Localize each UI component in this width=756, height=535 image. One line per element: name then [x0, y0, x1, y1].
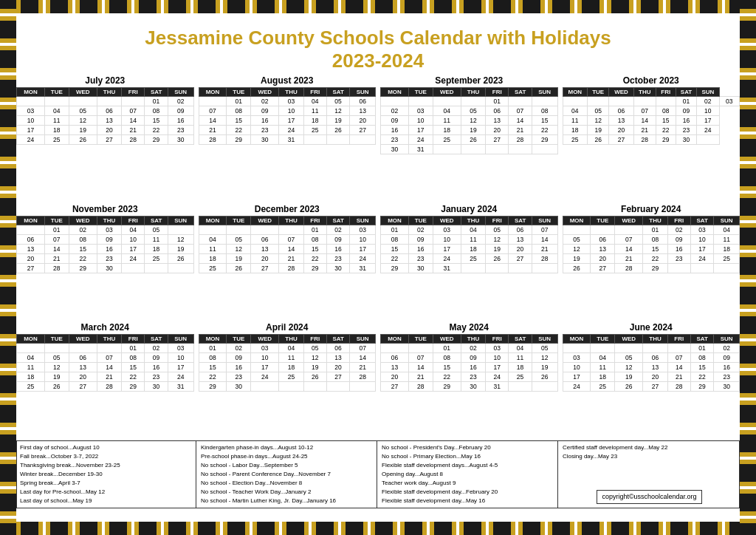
day-cell: 05	[563, 234, 591, 244]
day-cell: 29	[122, 381, 145, 391]
table-row: 04050607080910	[17, 352, 194, 362]
day-cell: 08	[122, 352, 145, 362]
day-cell: 15	[122, 362, 145, 372]
day-header: FRI	[486, 334, 509, 343]
day-cell	[532, 145, 557, 154]
day-cell: 23	[227, 372, 251, 381]
day-cell: 24	[690, 253, 714, 263]
day-cell: 12	[44, 362, 69, 372]
day-header: MON	[381, 88, 409, 97]
day-cell: 02	[326, 225, 350, 234]
cal-table: MONTUEWEDTHUFRISATSUN0102030405060708091…	[563, 334, 740, 392]
day-cell: 10	[433, 234, 461, 244]
day-cell: 14	[667, 362, 690, 372]
note-item: Opening day...August 8	[382, 470, 554, 479]
day-cell: 30	[461, 381, 486, 391]
day-cell: 21	[44, 253, 69, 263]
table-row: 12131415161718	[563, 244, 740, 253]
day-header: TUE	[227, 88, 251, 97]
day-cell: 13	[591, 244, 615, 253]
notes-col-2: Kindergarten phase-in days...August 10-1…	[198, 441, 377, 508]
month-title: June 2024	[563, 322, 740, 333]
month-block-may-2024: May 2024MONTUEWEDTHUFRISATSUN01020304050…	[380, 322, 558, 437]
day-cell: 04	[122, 225, 145, 234]
day-cell: 28	[350, 372, 376, 381]
day-cell: 21	[532, 244, 557, 253]
table-row: 24252627282930	[563, 381, 740, 391]
day-cell: 11	[433, 116, 461, 126]
day-cell: 11	[303, 106, 326, 116]
table-row: 10111213141516	[17, 116, 194, 126]
day-cell: 22	[433, 372, 461, 381]
day-cell	[227, 225, 251, 234]
day-header: FRI	[122, 88, 145, 97]
day-cell: 14	[279, 244, 304, 253]
day-header: MON	[381, 334, 409, 343]
day-cell: 05	[588, 106, 609, 116]
table-row: 11121314151617	[563, 116, 740, 126]
day-cell: 07	[615, 234, 643, 244]
day-cell	[461, 145, 486, 154]
table-row: 04050607080910	[199, 234, 376, 244]
day-cell: 22	[532, 126, 557, 135]
day-cell	[251, 381, 279, 391]
cal-table: MONTUEWEDTHUFRISATSUN0102030405060708091…	[380, 87, 558, 154]
day-cell: 13	[69, 362, 97, 372]
day-cell: 21	[199, 126, 227, 135]
day-cell: 21	[122, 126, 145, 135]
day-cell: 24	[122, 253, 145, 263]
day-cell	[509, 145, 532, 154]
day-header: FRI	[656, 88, 676, 97]
day-cell: 04	[433, 106, 461, 116]
day-cell: 29	[433, 381, 461, 391]
day-cell: 17	[350, 244, 376, 253]
day-cell: 12	[303, 352, 326, 362]
cal-table: MONTUEWEDTHUFRISATSUN0102030405060708091…	[380, 216, 558, 273]
day-header: FRI	[303, 216, 326, 225]
day-cell: 31	[279, 135, 304, 145]
day-header: THU	[97, 88, 122, 97]
day-cell: 12	[615, 362, 643, 372]
day-cell: 24	[563, 381, 591, 391]
day-cell: 29	[303, 263, 326, 273]
day-cell: 14	[350, 352, 376, 362]
day-cell	[408, 343, 433, 352]
month-block-june-2024: June 2024MONTUEWEDTHUFRISATSUN0102030405…	[563, 322, 740, 437]
day-header: FRI	[667, 334, 690, 343]
day-cell: 16	[97, 244, 122, 253]
table-row: 11121314151617	[199, 244, 376, 253]
day-cell	[532, 263, 557, 273]
day-cell: 03	[251, 343, 279, 352]
month-block-october-2023: October 2023MONTUEWEDTHUFRISATSUN0102030…	[563, 75, 740, 200]
day-cell: 26	[486, 253, 509, 263]
day-cell: 01	[643, 225, 668, 234]
day-header: THU	[97, 334, 122, 343]
day-cell	[122, 263, 145, 273]
day-header: THU	[633, 88, 656, 97]
day-cell	[44, 97, 69, 106]
day-cell: 30	[381, 145, 409, 154]
day-cell: 31	[168, 381, 193, 391]
note-item: No school - Teacher Work Day...January 2	[201, 488, 374, 497]
day-header: TUE	[44, 334, 69, 343]
day-cell: 16	[461, 362, 486, 372]
table-row: 16171819202122	[381, 126, 558, 135]
day-cell: 14	[44, 244, 69, 253]
day-cell: 05	[615, 352, 643, 362]
day-cell: 04	[279, 343, 304, 352]
table-row: 17181920212223	[17, 126, 194, 135]
day-cell: 15	[145, 116, 168, 126]
table-row: 0102	[563, 343, 740, 352]
day-cell: 08	[643, 234, 668, 244]
table-row: 01020304050607	[381, 225, 558, 234]
day-cell: 22	[145, 126, 168, 135]
day-cell: 22	[381, 253, 409, 263]
day-header: THU	[279, 216, 304, 225]
month-block-august-2023: August 2023MONTUEWEDTHUFRISATSUN01020304…	[199, 75, 377, 200]
table-row: 18192021222324	[199, 253, 376, 263]
day-cell: 17	[433, 244, 461, 253]
cal-table: MONTUEWEDTHUFRISATSUN0102030405060708091…	[199, 216, 377, 273]
table-row: 03040506070809	[563, 352, 740, 362]
day-cell: 26	[69, 135, 97, 145]
day-header: SUN	[168, 88, 193, 97]
